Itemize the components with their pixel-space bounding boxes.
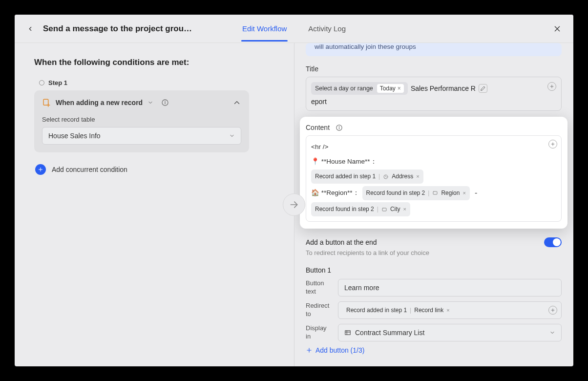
link-icon: [432, 190, 438, 196]
plus-icon: [38, 167, 43, 172]
token-redirect[interactable]: Record added in step 1 | Record link ×: [342, 305, 454, 315]
plus-icon: [306, 347, 313, 354]
collapse-step[interactable]: [232, 98, 241, 107]
redirect-label: Redirect to: [306, 302, 332, 318]
button-1-title: Button 1: [306, 266, 562, 274]
svg-point-8: [165, 101, 166, 102]
button-text-label: Button text: [306, 279, 332, 296]
content-label: Content: [306, 124, 562, 131]
title-date-token[interactable]: Select a day or range Today ×: [311, 82, 408, 95]
separator: -: [473, 186, 479, 200]
chevron-down-icon: [549, 330, 555, 336]
svg-rect-23: [345, 331, 351, 335]
content-region-line: 🏠 **Region**：: [311, 187, 359, 199]
add-redirect-token[interactable]: [548, 306, 557, 315]
table-icon: [344, 329, 351, 336]
title-input[interactable]: Select a day or range Today × Sales Perf…: [306, 77, 562, 111]
svg-point-15: [339, 126, 339, 127]
content-hr: <hr />: [311, 141, 556, 153]
groups-banner: will automatically join these groups: [306, 43, 562, 56]
svg-rect-3: [43, 99, 48, 105]
add-button-toggle-label: Add a button at the end: [306, 238, 377, 246]
add-concurrent-condition-button[interactable]: [35, 164, 46, 175]
remove-token[interactable]: ×: [446, 307, 449, 313]
record-table-select[interactable]: House Sales Info: [42, 127, 241, 145]
edit-icon: [480, 85, 486, 91]
add-button-sublabel: To redirect recipients to a link of your…: [306, 249, 562, 256]
step-card: When adding a new record Select record t…: [34, 90, 249, 152]
title-text: Sales Performance R: [411, 85, 476, 92]
token-record-step1-address[interactable]: Record added in step 1 | Address ×: [311, 169, 423, 184]
info-icon[interactable]: [161, 99, 169, 106]
svg-rect-19: [433, 191, 437, 194]
title-text-2: eport: [311, 98, 556, 106]
page-title: Send a message to the project grou…: [43, 24, 192, 34]
content-card: Content <hr /> 📍 **House Name**： Record …: [300, 117, 567, 229]
close-button[interactable]: [551, 22, 564, 35]
edit-title[interactable]: [479, 84, 487, 93]
info-icon[interactable]: [336, 124, 343, 131]
step-radio[interactable]: [39, 80, 44, 85]
chevron-left-icon: [27, 25, 34, 32]
header: Send a message to the project grou… Edit…: [15, 15, 573, 43]
content-editor[interactable]: <hr /> 📍 **House Name**： Record added in…: [306, 135, 562, 222]
trigger-dropdown[interactable]: [147, 100, 153, 106]
button-text-input[interactable]: [338, 279, 562, 296]
title-label: Title: [306, 65, 562, 73]
token-record-step2-city[interactable]: Record found in step 2 | City ×: [311, 202, 410, 216]
redirect-input[interactable]: Record added in step 1 | Record link ×: [338, 301, 562, 319]
clock-icon: [383, 174, 389, 180]
step-label: Step 1: [48, 79, 67, 86]
display-in-value: Contract Summary List: [355, 329, 424, 337]
add-button-link[interactable]: Add button (1/3): [306, 346, 562, 354]
tab-activity-log[interactable]: Activity Log: [307, 16, 347, 42]
remove-token[interactable]: ×: [416, 171, 419, 182]
tab-edit-workflow[interactable]: Edit Workflow: [241, 16, 288, 42]
record-table-value: House Sales Info: [48, 132, 101, 140]
add-record-icon: [42, 98, 51, 107]
display-in-label: Display in: [306, 324, 332, 341]
remove-token[interactable]: ×: [462, 188, 465, 198]
add-title-token[interactable]: [547, 82, 556, 91]
display-in-select[interactable]: Contract Summary List: [338, 324, 562, 341]
button-config: Button text Redirect to Record added in …: [306, 279, 562, 341]
back-button[interactable]: [24, 23, 36, 35]
select-record-label: Select record table: [42, 116, 241, 123]
conditions-title: When the following conditions are met:: [34, 58, 274, 67]
remove-token[interactable]: ×: [398, 85, 401, 92]
chevron-down-icon: [229, 133, 235, 139]
svg-rect-20: [382, 208, 386, 211]
action-pane: will automatically join these groups Tit…: [294, 43, 573, 366]
content-house-line: 📍 **House Name**：: [311, 155, 377, 168]
add-button-toggle[interactable]: [544, 237, 562, 247]
add-content-token[interactable]: [548, 140, 557, 148]
add-condition-label: Add concurrent condition: [52, 166, 127, 173]
close-icon: [553, 25, 561, 33]
link-icon: [381, 207, 387, 212]
trigger-label: When adding a new record: [56, 99, 143, 106]
token-record-step2-region[interactable]: Record found in step 2 | Region ×: [362, 186, 470, 200]
remove-token[interactable]: ×: [403, 204, 406, 214]
conditions-pane: When the following conditions are met: S…: [15, 43, 294, 366]
